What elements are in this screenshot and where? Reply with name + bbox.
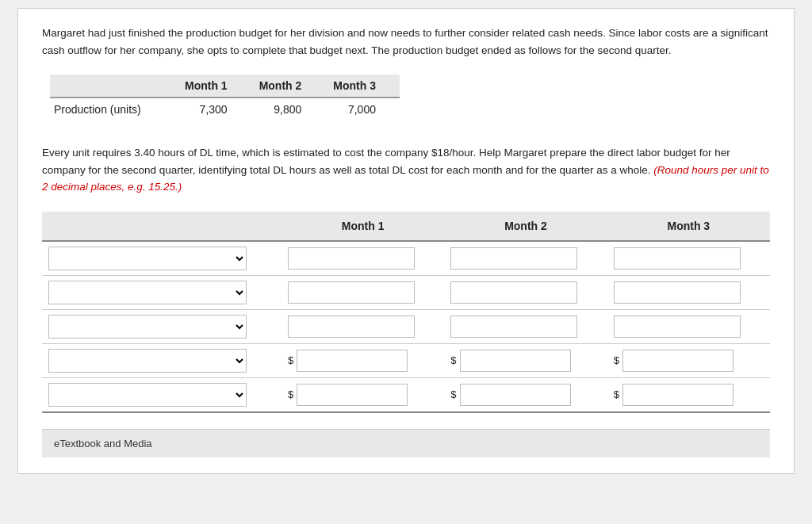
row2-month2-input[interactable] <box>450 281 577 304</box>
instruction-main: Every unit requires 3.40 hours of DL tim… <box>42 147 730 176</box>
dl-header-month2: Month 2 <box>444 212 607 241</box>
bottom-bar: eTextbook and Media <box>42 429 770 457</box>
prod-row-label: Production (units) <box>50 98 177 120</box>
row1-month3-input[interactable] <box>614 247 741 270</box>
table-row: $ $ $ <box>42 343 770 377</box>
row3-label-cell <box>42 309 282 343</box>
dl-header-month1: Month 1 <box>282 212 444 241</box>
row1-month2-cell <box>444 241 607 276</box>
dollar-sign-r5m3: $ <box>614 388 619 400</box>
prod-header-empty <box>50 75 177 98</box>
row4-month2-input[interactable] <box>460 350 571 372</box>
row2-month1-input[interactable] <box>288 281 415 304</box>
row4-label-cell <box>42 343 282 377</box>
dollar-sign-r4m3: $ <box>614 354 619 366</box>
prod-val-month2: 9,800 <box>251 98 326 120</box>
row5-month2-cell: $ <box>444 377 607 412</box>
dollar-sign-r4m2: $ <box>450 354 456 366</box>
row4-select[interactable] <box>48 349 247 373</box>
row1-month3-cell <box>607 241 770 276</box>
prod-val-month1: 7,300 <box>177 98 251 120</box>
row5-month1-cell: $ <box>282 377 444 412</box>
row2-select[interactable] <box>48 281 247 304</box>
dollar-sign-r4m1: $ <box>288 354 293 366</box>
row5-month3-input[interactable] <box>622 384 733 406</box>
row3-month1-cell <box>282 309 444 343</box>
row2-month3-input[interactable] <box>614 281 741 304</box>
table-row <box>42 309 770 343</box>
table-row: $ $ $ <box>42 377 770 412</box>
row4-month2-cell: $ <box>444 343 607 377</box>
row4-month1-cell: $ <box>282 343 444 377</box>
row5-month1-input[interactable] <box>297 384 408 406</box>
dl-header-empty <box>42 212 282 241</box>
table-row <box>42 275 770 309</box>
row3-month3-cell <box>607 309 770 343</box>
table-row <box>42 241 770 276</box>
row3-month3-input[interactable] <box>614 316 741 338</box>
row1-label-cell <box>42 241 282 276</box>
row4-month3-cell: $ <box>607 343 770 377</box>
bottom-bar-label: eTextbook and Media <box>54 438 152 449</box>
instruction-paragraph: Every unit requires 3.40 hours of DL tim… <box>42 144 770 196</box>
dl-budget-table: Month 1 Month 2 Month 3 <box>42 212 770 413</box>
row5-select[interactable] <box>48 383 247 407</box>
row1-month1-input[interactable] <box>288 247 415 270</box>
row2-month3-cell <box>607 275 770 309</box>
row2-month2-cell <box>444 275 607 309</box>
row4-month3-input[interactable] <box>622 350 733 372</box>
row2-label-cell <box>42 275 282 309</box>
row5-month3-cell: $ <box>607 377 770 412</box>
row3-month2-cell <box>444 309 607 343</box>
production-table: Month 1 Month 2 Month 3 Production (unit… <box>50 75 400 120</box>
prod-header-month2: Month 2 <box>251 75 326 98</box>
dollar-sign-r5m2: $ <box>450 388 456 400</box>
row1-month2-input[interactable] <box>450 247 577 270</box>
row3-month2-input[interactable] <box>450 316 577 338</box>
row1-month1-cell <box>282 241 444 276</box>
intro-paragraph: Margaret had just finished the productio… <box>42 25 770 59</box>
row3-select[interactable] <box>48 315 247 338</box>
prod-header-month3: Month 3 <box>325 75 400 98</box>
dl-header-month3: Month 3 <box>607 212 770 241</box>
row1-select[interactable] <box>48 247 247 270</box>
prod-header-month1: Month 1 <box>177 75 251 98</box>
row5-label-cell <box>42 377 282 412</box>
dollar-sign-r5m1: $ <box>288 388 293 400</box>
row2-month1-cell <box>282 275 444 309</box>
row3-month1-input[interactable] <box>288 316 415 338</box>
prod-val-month3: 7,000 <box>325 98 400 120</box>
row4-month1-input[interactable] <box>297 350 408 372</box>
page-container: Margaret had just finished the productio… <box>17 8 795 474</box>
row5-month2-input[interactable] <box>460 384 571 406</box>
